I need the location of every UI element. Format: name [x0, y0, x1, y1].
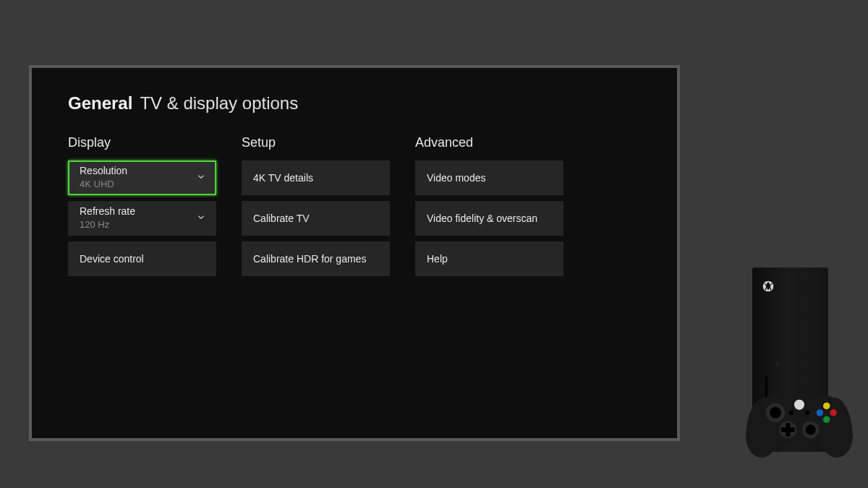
- resolution-label: Resolution: [80, 165, 205, 177]
- refresh-rate-label: Refresh rate: [80, 205, 205, 218]
- resolution-dropdown[interactable]: Resolution 4K UHD: [68, 160, 216, 195]
- svg-point-8: [823, 403, 830, 409]
- column-setup: Setup 4K TV details Calibrate TV Calibra…: [242, 135, 390, 282]
- svg-point-14: [805, 411, 809, 415]
- column-setup-title: Setup: [242, 135, 390, 150]
- chevron-down-icon: [196, 213, 206, 225]
- help-label: Help: [427, 253, 552, 265]
- video-modes-label: Video modes: [427, 172, 552, 184]
- xbox-controller-image: [741, 383, 857, 463]
- calibrate-hdr-button[interactable]: Calibrate HDR for games: [242, 241, 390, 276]
- video-modes-button[interactable]: Video modes: [415, 160, 563, 195]
- 4k-tv-details-button[interactable]: 4K TV details: [242, 160, 390, 195]
- settings-columns: Display Resolution 4K UHD Refresh rate 1…: [68, 135, 641, 282]
- refresh-rate-value: 120 Hz: [80, 219, 205, 231]
- calibrate-tv-label: Calibrate TV: [253, 213, 378, 225]
- section-bold: General: [68, 93, 132, 114]
- column-display: Display Resolution 4K UHD Refresh rate 1…: [68, 135, 216, 282]
- section-light: TV & display options: [140, 93, 298, 114]
- svg-point-10: [817, 409, 823, 416]
- svg-point-4: [806, 424, 816, 435]
- resolution-value: 4K UHD: [80, 179, 205, 191]
- page-title: General TV & display options: [68, 93, 641, 114]
- svg-point-2: [770, 407, 781, 419]
- refresh-rate-dropdown[interactable]: Refresh rate 120 Hz: [68, 201, 216, 236]
- video-fidelity-button[interactable]: Video fidelity & overscan: [415, 201, 563, 236]
- column-advanced: Advanced Video modes Video fidelity & ov…: [415, 135, 563, 282]
- device-control-label: Device control: [80, 253, 205, 265]
- settings-screen: General TV & display options Display Res…: [29, 65, 680, 441]
- column-display-title: Display: [68, 135, 216, 150]
- video-fidelity-label: Video fidelity & overscan: [427, 213, 552, 225]
- device-control-button[interactable]: Device control: [68, 241, 216, 276]
- svg-point-9: [830, 409, 836, 416]
- calibrate-tv-button[interactable]: Calibrate TV: [242, 201, 390, 236]
- svg-point-13: [789, 411, 793, 415]
- svg-rect-7: [781, 427, 795, 432]
- help-button[interactable]: Help: [415, 241, 563, 276]
- calibrate-hdr-label: Calibrate HDR for games: [253, 253, 378, 265]
- chevron-down-icon: [196, 172, 206, 184]
- column-advanced-title: Advanced: [415, 135, 563, 150]
- xbox-logo-icon: [762, 281, 774, 292]
- 4k-tv-details-label: 4K TV details: [253, 172, 378, 184]
- svg-point-12: [794, 400, 804, 410]
- svg-point-11: [823, 416, 830, 423]
